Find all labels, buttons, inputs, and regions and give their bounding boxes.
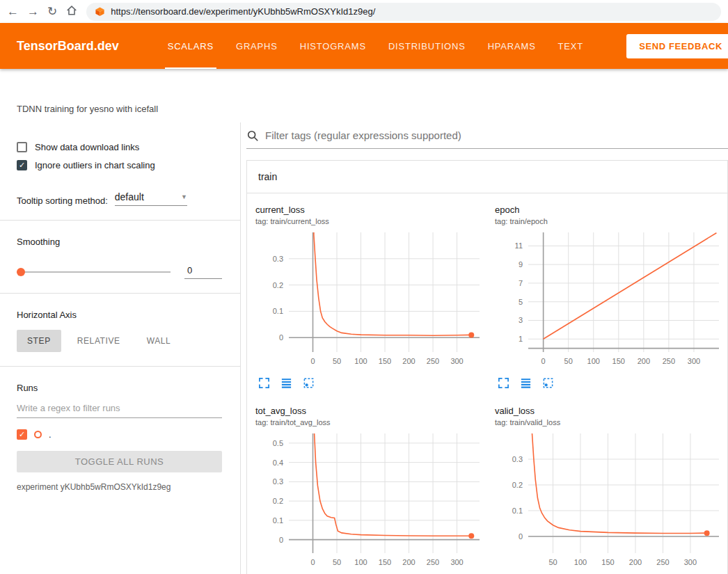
- tooltip-sorting-value: default: [115, 191, 144, 202]
- tab-text[interactable]: TEXT: [547, 23, 594, 69]
- chart-plot[interactable]: 0501001502002503001357911: [495, 227, 726, 373]
- nav-tabs: SCALARS GRAPHS HISTOGRAMS DISTRIBUTIONS …: [157, 23, 594, 69]
- forward-icon[interactable]: →: [27, 6, 39, 17]
- tab-scalars[interactable]: SCALARS: [157, 23, 225, 69]
- svg-text:0: 0: [541, 357, 546, 365]
- chart-title: epoch: [495, 205, 726, 215]
- show-download-links-checkbox[interactable]: [17, 142, 27, 152]
- tooltip-sorting-dropdown[interactable]: default ▼: [115, 191, 187, 206]
- chart-title: tot_avg_loss: [255, 406, 486, 416]
- svg-text:0.3: 0.3: [273, 255, 283, 263]
- smoothing-slider-row: 0: [17, 265, 222, 279]
- chart-footer-icons: [498, 377, 726, 389]
- svg-text:300: 300: [684, 558, 697, 566]
- chart-card-tot-avg-loss: tot_avg_loss tag: train/tot_avg_loss 050…: [247, 396, 486, 574]
- show-download-links-label: Show data download links: [35, 142, 139, 152]
- back-icon[interactable]: ←: [7, 6, 19, 17]
- axis-relative-button[interactable]: RELATIVE: [67, 330, 131, 352]
- toggle-all-runs-button[interactable]: TOGGLE ALL RUNS: [17, 451, 222, 472]
- divider: [0, 293, 240, 294]
- svg-text:0.1: 0.1: [273, 307, 283, 315]
- svg-text:250: 250: [427, 558, 439, 566]
- horizontal-axis-label: Horizontal Axis: [17, 310, 222, 320]
- ignore-outliers-row: ✓ Ignore outliers in chart scaling: [17, 160, 222, 170]
- svg-text:50: 50: [333, 558, 341, 566]
- divider: [0, 366, 240, 367]
- content: Show data download links ✓ Ignore outlie…: [0, 122, 728, 574]
- tensorboard-favicon-icon: [95, 6, 105, 17]
- tab-hparams[interactable]: HPARAMS: [477, 23, 547, 69]
- svg-text:50: 50: [333, 357, 341, 365]
- svg-text:0.4: 0.4: [273, 459, 283, 467]
- scalars-main: train current_loss tag: train/current_lo…: [241, 122, 728, 574]
- runs-list-icon[interactable]: [520, 377, 532, 389]
- axis-step-button[interactable]: STEP: [17, 330, 61, 352]
- ignore-outliers-label: Ignore outliers in chart scaling: [35, 160, 155, 170]
- smoothing-label: Smoothing: [17, 237, 222, 247]
- chart-plot[interactable]: 5010015020025030000.10.20.3: [495, 428, 726, 574]
- runs-filter-input[interactable]: [17, 399, 222, 418]
- chart-title: current_loss: [255, 205, 486, 215]
- tab-graphs[interactable]: GRAPHS: [225, 23, 289, 69]
- svg-text:100: 100: [354, 357, 367, 365]
- expand-chart-icon[interactable]: [258, 377, 270, 389]
- train-section-card: train current_loss tag: train/current_lo…: [246, 160, 728, 574]
- chart-card-current-loss: current_loss tag: train/current_loss 050…: [247, 195, 486, 396]
- ignore-outliers-checkbox[interactable]: ✓: [17, 160, 27, 170]
- svg-text:100: 100: [587, 357, 600, 365]
- tooltip-sorting-row: Tooltip sorting method: default ▼: [17, 191, 222, 206]
- svg-text:0.1: 0.1: [273, 516, 283, 525]
- svg-text:3: 3: [519, 316, 523, 324]
- url-text: https://tensorboard.dev/experiment/yKUbh…: [111, 6, 375, 17]
- run-row: ✓ .: [17, 429, 222, 440]
- experiment-subheader: TDNN training for yesno with icefall: [0, 69, 728, 122]
- svg-text:0.2: 0.2: [273, 497, 283, 505]
- fit-domain-icon[interactable]: [303, 377, 315, 389]
- reload-icon[interactable]: ↻: [47, 6, 57, 17]
- chart-plot[interactable]: 05010015020025030000.10.20.3: [255, 227, 486, 373]
- run-checkbox[interactable]: ✓: [17, 429, 27, 440]
- run-name-label[interactable]: .: [49, 429, 52, 440]
- tab-histograms[interactable]: HISTOGRAMS: [289, 23, 377, 69]
- svg-text:250: 250: [663, 357, 675, 365]
- search-icon: [246, 129, 259, 142]
- tag-filter-input[interactable]: [265, 129, 728, 141]
- fit-domain-icon[interactable]: [542, 377, 554, 389]
- tab-distributions[interactable]: DISTRIBUTIONS: [377, 23, 477, 69]
- tooltip-sorting-label: Tooltip sorting method:: [17, 196, 108, 206]
- svg-text:150: 150: [379, 357, 391, 365]
- svg-text:0.3: 0.3: [512, 455, 523, 463]
- chevron-down-icon: ▼: [181, 193, 187, 200]
- home-icon[interactable]: [65, 4, 78, 19]
- train-section-header[interactable]: train: [247, 161, 727, 193]
- axis-wall-button[interactable]: WALL: [136, 330, 182, 352]
- send-feedback-button[interactable]: SEND FEEDBACK: [626, 34, 728, 58]
- svg-text:0.5: 0.5: [273, 439, 283, 447]
- chart-tag: tag: train/valid_loss: [495, 418, 726, 426]
- smoothing-slider[interactable]: [17, 271, 171, 273]
- svg-text:0.1: 0.1: [512, 507, 523, 515]
- experiment-id-label: experiment yKUbhb5wRmOSXYkId1z9eg: [17, 482, 222, 492]
- svg-text:0: 0: [310, 558, 315, 566]
- svg-text:100: 100: [354, 558, 367, 566]
- svg-text:50: 50: [564, 357, 573, 365]
- svg-text:150: 150: [601, 558, 614, 566]
- svg-text:250: 250: [427, 357, 439, 365]
- smoothing-slider-thumb[interactable]: [17, 268, 25, 276]
- svg-text:0.3: 0.3: [273, 477, 283, 486]
- svg-text:11: 11: [515, 241, 523, 250]
- runs-list-icon[interactable]: [280, 377, 292, 389]
- svg-text:200: 200: [638, 357, 650, 365]
- tag-filter-row: [246, 122, 728, 149]
- svg-text:150: 150: [612, 357, 625, 365]
- app-header: TensorBoard.dev SCALARS GRAPHS HISTOGRAM…: [0, 23, 728, 69]
- app-logo: TensorBoard.dev: [17, 39, 119, 54]
- smoothing-value-input[interactable]: 0: [184, 265, 222, 279]
- svg-text:300: 300: [450, 357, 463, 365]
- address-bar[interactable]: https://tensorboard.dev/experiment/yKUbh…: [86, 3, 721, 21]
- chart-tag: tag: train/current_loss: [255, 217, 486, 225]
- expand-chart-icon[interactable]: [498, 377, 509, 389]
- svg-text:250: 250: [656, 558, 669, 566]
- chart-title: valid_loss: [495, 406, 726, 416]
- chart-plot[interactable]: 05010015020025030000.10.20.30.40.5: [255, 428, 486, 574]
